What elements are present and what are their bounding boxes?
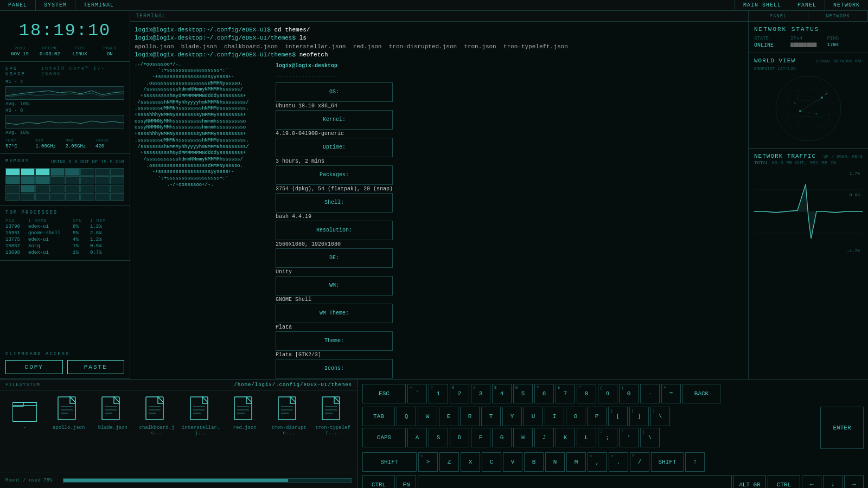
power-label: POWER [95, 46, 124, 50]
key-tab[interactable]: TAB [362, 407, 395, 426]
key-s[interactable]: S [429, 428, 448, 447]
key-up[interactable]: ↑ [685, 452, 705, 472]
date-val: NOV 19 [5, 52, 34, 57]
temp-grid: TEMP MIN MAX TASKS 57°C 1.00GHz 2.05GHz … [5, 138, 124, 149]
svg-point-16 [813, 97, 814, 98]
mem-header: I MEM [90, 218, 109, 223]
key-tilde[interactable]: ~` [407, 384, 427, 403]
key-d[interactable]: D [450, 428, 469, 447]
nf-wm-theme: WM Theme: Plata [276, 304, 393, 331]
key-w[interactable]: W [418, 407, 437, 426]
key-l[interactable]: L [577, 428, 596, 447]
key-n[interactable]: N [545, 452, 565, 472]
min-val: 1.00GHz [35, 144, 64, 149]
key-pipe[interactable]: |\ [650, 407, 670, 426]
key-1[interactable]: !1 [429, 384, 448, 403]
key-row-1: ESC ~` !1 @2 #3 $4 %5 ^6 &7 *8 (9 )0 _- … [362, 384, 864, 403]
nf-wm: WM: GNOME Shell [276, 276, 393, 304]
key-down[interactable]: ↓ [823, 475, 843, 488]
paste-button[interactable]: PASTE [67, 360, 125, 374]
terminal-content[interactable]: logix@logix-desktop:~/.config/eDEX-UI$ c… [130, 22, 748, 379]
key-ctrl-right[interactable]: CTRL [768, 475, 800, 488]
copy-button[interactable]: COPY [5, 360, 63, 374]
file-item-folder[interactable]: - [5, 396, 44, 431]
file-item-apollo[interactable]: apollo.json [49, 396, 88, 431]
network-status-section: NETWORK STATUS STATE IPv4 PING ONLINE ██… [749, 22, 868, 53]
key-quote[interactable]: "' [619, 428, 639, 447]
key-e[interactable]: E [439, 407, 458, 426]
cpu-header: CPU [73, 218, 89, 223]
key-fn[interactable]: FN [397, 475, 416, 488]
key-angle[interactable]: <> [418, 452, 438, 472]
file-item-red[interactable]: red.json [226, 396, 264, 431]
file-item-tron-typeleft[interactable]: tron-typeleft.... [314, 396, 352, 436]
process-row-1: 13798edex-ui8%1.2% [5, 223, 124, 230]
key-lbrace[interactable]: {[ [608, 407, 628, 426]
nf-packages: Packages: 3754 (dpkg), 54 (flatpak), 20 … [276, 165, 393, 193]
key-space[interactable] [418, 475, 732, 488]
key-c[interactable]: C [482, 452, 501, 472]
key-7[interactable]: &7 [556, 384, 575, 403]
key-y[interactable]: Y [502, 407, 522, 426]
key-3[interactable]: #3 [471, 384, 490, 403]
bottom-area: FILESYSTEM /home/logix/.config/eDEX-UI/t… [0, 379, 868, 488]
key-g[interactable]: G [492, 428, 512, 447]
key-k[interactable]: K [556, 428, 575, 447]
key-i[interactable]: I [545, 407, 564, 426]
key-left[interactable]: ← [802, 475, 821, 488]
key-m[interactable]: M [566, 452, 586, 472]
key-enter[interactable]: ENTER [820, 407, 864, 449]
key-minus[interactable]: _- [640, 384, 660, 403]
term-line-2: logix@logix-desktop:~/.config/eDEX-UI/th… [135, 34, 744, 42]
key-slash[interactable]: ?/ [630, 452, 649, 472]
key-backslash[interactable]: |\ [640, 428, 660, 447]
key-p[interactable]: P [587, 407, 607, 426]
key-6[interactable]: ^6 [534, 384, 554, 403]
key-altgr[interactable]: ALT GR [733, 475, 766, 488]
ipv4-val: ██████████ [790, 42, 826, 48]
file-item-blade[interactable]: blade.json [93, 396, 132, 431]
key-b[interactable]: B [524, 452, 544, 472]
key-j[interactable]: J [534, 428, 554, 447]
key-colon[interactable]: :; [598, 428, 617, 447]
endpoint-label: ENDPOINT LAT/LON [754, 66, 863, 71]
key-q[interactable]: Q [397, 407, 416, 426]
name-1: edex-ui [28, 224, 72, 229]
key-9[interactable]: (9 [598, 384, 617, 403]
key-comma[interactable]: <, [588, 452, 607, 472]
key-ctrl-left[interactable]: CTRL [362, 475, 395, 488]
panel-tab: PANEL [749, 11, 808, 21]
key-period[interactable]: >. [609, 452, 628, 472]
key-f[interactable]: F [471, 428, 490, 447]
key-v[interactable]: V [503, 452, 522, 472]
key-caps[interactable]: CAPS [362, 428, 406, 447]
key-0[interactable]: )0 [619, 384, 639, 403]
key-a[interactable]: A [407, 428, 427, 447]
key-shift-left[interactable]: SHIFT [362, 452, 417, 472]
key-backspace[interactable]: BACK [682, 384, 720, 403]
key-5[interactable]: %5 [513, 384, 533, 403]
key-esc[interactable]: ESC [362, 384, 406, 403]
key-o[interactable]: O [566, 407, 585, 426]
key-equals[interactable]: += [661, 384, 681, 403]
mem-col-8 [110, 168, 125, 201]
key-right[interactable]: → [844, 475, 864, 488]
key-r[interactable]: R [460, 407, 480, 426]
key-shift-right[interactable]: SHIFT [651, 452, 684, 472]
file-item-tron-disrupted[interactable]: tron-disrupte... [270, 396, 308, 436]
key-x[interactable]: X [461, 452, 480, 472]
svg-point-0 [776, 76, 841, 141]
key-2[interactable]: @2 [450, 384, 469, 403]
key-z[interactable]: Z [439, 452, 459, 472]
cpu-avg-14: Avg. 16% [5, 101, 124, 107]
key-8[interactable]: *8 [577, 384, 596, 403]
key-t[interactable]: T [481, 407, 501, 426]
key-rbrace[interactable]: }] [629, 407, 649, 426]
key-u[interactable]: U [524, 407, 543, 426]
svg-point-4 [797, 76, 819, 141]
key-h[interactable]: H [513, 428, 533, 447]
key-4[interactable]: $4 [492, 384, 512, 403]
file-item-chalkboard[interactable]: chalkboard.js... [137, 396, 176, 436]
file-icons-row[interactable]: - apollo.json [0, 390, 358, 472]
file-item-interstellar[interactable]: interstellar.j... [182, 396, 220, 436]
